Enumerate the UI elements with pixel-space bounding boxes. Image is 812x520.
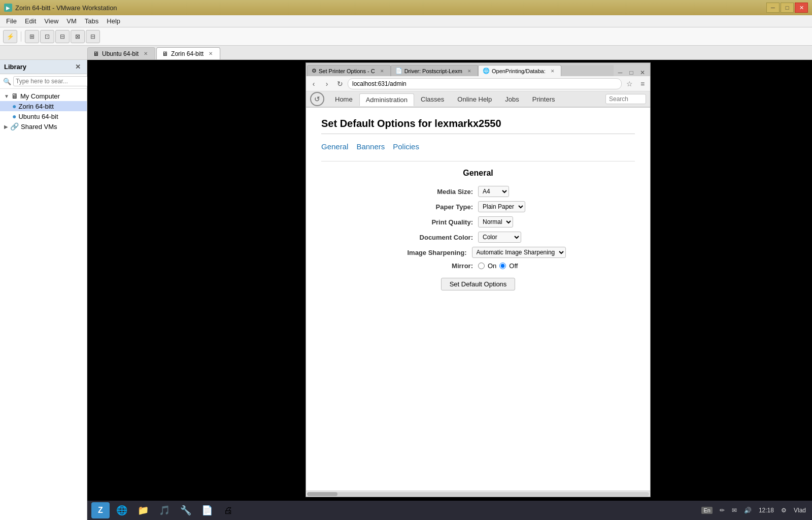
shared-icon: 🔗 [10,122,19,131]
menu-vm[interactable]: VM [62,16,81,26]
sidebar-item-mycomputer[interactable]: ▼ 🖥 My Computer [0,91,87,101]
minimize-button[interactable]: ─ [766,3,780,13]
taskbar-pdf[interactable]: 📄 [198,502,216,518]
cups-tab-banners[interactable]: Banners [356,142,385,151]
browser-tab-2[interactable]: 📄 Driver: Postscript-Lexm ✕ [391,65,478,76]
btab2-close[interactable]: ✕ [465,68,473,75]
taskbar-music[interactable]: 🎵 [155,502,174,518]
cups-nav-printers[interactable]: Printers [526,93,562,106]
menu-view[interactable]: View [40,16,62,26]
browser-tab-1[interactable]: ⚙ Set Printer Options - C ✕ [307,65,391,76]
close-button[interactable]: ✕ [795,3,808,13]
select-mediasize[interactable]: A4 Letter Legal [478,186,509,197]
cups-tab-policies[interactable]: Policies [393,142,419,151]
window-title: Zorin 64-bitt - VMware Workstation [15,4,117,12]
tab-ubuntu-close[interactable]: ✕ [142,50,150,57]
select-papertype[interactable]: Plain Paper Recycled Glossy [478,201,525,212]
toolbar-view-group: ⊞ ⊡ ⊟ ⊠ ⊟ [25,30,100,43]
cups-logo[interactable]: ↺ [310,92,324,106]
cups-nav-onlinehelp[interactable]: Online Help [451,93,498,106]
refresh-button[interactable]: ↻ [334,78,346,89]
cups-tab-general[interactable]: General [321,142,348,151]
forward-button[interactable]: › [321,78,332,89]
systray-pen[interactable]: ✏ [718,506,727,515]
taskbar-printer[interactable]: 🖨 [219,502,238,518]
browser-maximize-btn[interactable]: □ [627,69,636,76]
menubar: File Edit View VM Tabs Help [0,15,812,27]
titlebar: ▶ Zorin 64-bitt - VMware Workstation ─ □… [0,0,812,15]
sidebar-item-zorin[interactable]: ● Zorin 64-bitt [0,101,87,111]
form-row-mirror: Mirror: On Off [321,262,635,270]
select-sharpening[interactable]: Automatic Image Sharpening None Maximum [472,247,566,258]
systray-lang[interactable]: En [699,506,714,515]
btab3-label: OpenPrinting/Databa: [492,68,546,74]
field-papertype: Plain Paper Recycled Glossy [478,201,559,212]
sidebar-title: Library [4,63,26,71]
select-doccolor[interactable]: Color Grayscale [478,232,521,243]
label-sharpening: Image Sharpening: [391,249,472,256]
cups-nav-jobs[interactable]: Jobs [498,93,525,106]
browser-scrollbar[interactable] [306,491,650,497]
sidebar-close[interactable]: ✕ [73,62,83,72]
search-input[interactable] [13,76,94,86]
sidebar-search-bar: 🔍 ▼ [0,74,87,89]
back-button[interactable]: ‹ [308,78,319,89]
form-row-mediasize: Media Size: A4 Letter Legal [321,186,635,197]
menu-tabs[interactable]: Tabs [81,16,103,26]
user-label: Vlad [794,507,806,514]
tab-zorin-close[interactable]: ✕ [207,50,215,57]
cups-nav-classes[interactable]: Classes [414,93,451,106]
mirror-off-radio[interactable] [499,263,506,269]
taskbar-chrome[interactable]: 🌐 [113,502,131,518]
page-title: Set Default Options for lexmarkx2550 [321,118,635,134]
browser-tab-3[interactable]: 🌐 OpenPrinting/Databa: ✕ [478,65,561,76]
taskbar-tools[interactable]: 🔧 [177,502,195,518]
systray-user[interactable]: Vlad [792,506,808,515]
toolbar-unity-btn[interactable]: ⊟ [55,30,70,43]
browser-window: ⚙ Set Printer Options - C ✕ 📄 Driver: Po… [306,62,651,497]
bookmark-icon[interactable]: ☆ [624,78,635,89]
maximize-button[interactable]: □ [781,3,794,13]
btab2-label: Driver: Postscript-Lexm [404,68,462,74]
taskbar-zorin-logo[interactable]: Z [91,502,110,518]
address-bar[interactable] [348,78,622,89]
tab-zorin[interactable]: 🖥 Zorin 64-bitt ✕ [156,47,220,59]
cups-nav-home[interactable]: Home [328,93,359,106]
tab-zorin-icon: 🖥 [162,50,168,57]
taskbar-filemanager[interactable]: 📁 [134,502,152,518]
scrollbar-thumb[interactable] [307,492,337,496]
scrollbar-track[interactable] [307,492,649,496]
toolbar-home-btn[interactable]: ⚡ [3,30,17,43]
label-mediasize: Media Size: [397,188,478,196]
sidebar-item-ubuntu[interactable]: ● Ubuntu 64-bit [0,111,87,121]
cups-nav-administration[interactable]: Administration [359,93,414,106]
cups-search-input[interactable] [605,94,646,104]
toolbar-full-btn[interactable]: ⊡ [40,30,54,43]
lang-icon: En [701,507,712,514]
toolbar-fit-btn[interactable]: ⊞ [25,30,39,43]
toolbar-snapshot-btn[interactable]: ⊠ [71,30,85,43]
field-sharpening: Automatic Image Sharpening None Maximum [472,247,566,258]
browser-close-btn[interactable]: ✕ [638,69,647,76]
mirror-on-radio[interactable] [478,263,485,269]
systray-mail[interactable]: ✉ [730,506,739,515]
sidebar-item-sharedvms[interactable]: ▶ 🔗 Shared VMs [0,121,87,132]
systray-settings[interactable]: ⚙ [779,506,789,515]
menu-help[interactable]: Help [103,16,124,26]
btab3-close[interactable]: ✕ [549,68,557,75]
toolbar-suspend-btn[interactable]: ⊟ [86,30,100,43]
menu-icon[interactable]: ≡ [637,78,648,89]
set-default-options-button[interactable]: Set Default Options [441,278,516,290]
tab-ubuntu[interactable]: 🖥 Ubuntu 64-bit ✕ [87,47,155,59]
menu-edit[interactable]: Edit [21,16,40,26]
sidebar-item-zorin-label: Zorin 64-bitt [18,103,53,110]
systray-clock[interactable]: 12:18 [757,506,776,515]
select-printquality[interactable]: Draft Normal High [478,216,513,228]
systray-volume[interactable]: 🔊 [742,506,754,515]
btab1-close[interactable]: ✕ [378,68,386,75]
mirror-radio-group: On Off [478,262,559,270]
browser-minimize-btn[interactable]: ─ [616,69,625,76]
vm-display[interactable]: ⚙ Set Printer Options - C ✕ 📄 Driver: Po… [87,60,812,520]
menu-file[interactable]: File [2,16,21,26]
tab-ubuntu-icon: 🖥 [93,50,99,57]
